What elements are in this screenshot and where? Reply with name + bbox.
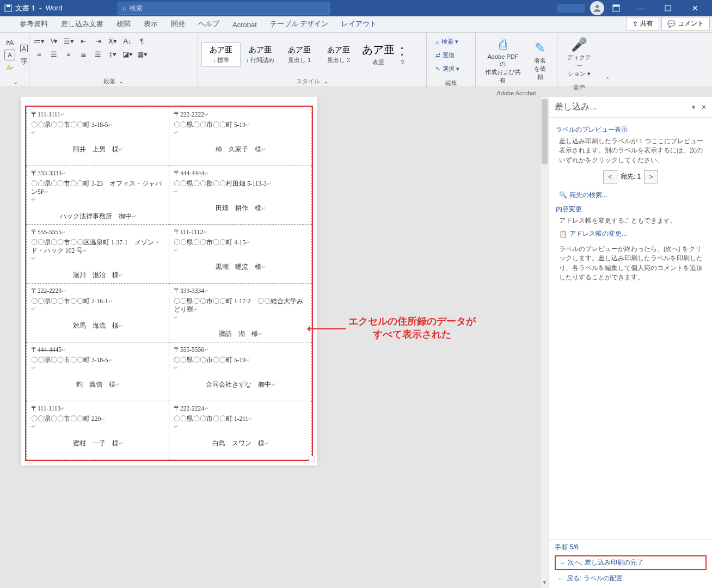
styles-more-button[interactable]: ▴▾⊽ (398, 44, 407, 65)
style-0[interactable]: あア亜↓ 標準 (201, 42, 241, 67)
multilevel-button[interactable]: ☰▾ (62, 35, 75, 47)
ruler (0, 87, 712, 97)
back-step-link[interactable]: ←戻る: ラベルの配置 (555, 572, 707, 585)
increase-indent-button[interactable]: ⇥ (91, 35, 105, 47)
create-share-pdf-button[interactable]: ⎙ Adobe PDF の作成および共有 (479, 35, 527, 87)
label-cell[interactable]: 〒555-5556↵〇〇県〇〇市〇〇町 5-19↵↵合同会社きずな 御中↵ (169, 342, 312, 401)
edit-icon: 📋 (559, 230, 567, 238)
svg-rect-1 (7, 5, 10, 7)
ribbon-display-options-icon[interactable] (606, 0, 626, 16)
tab-layout[interactable]: レイアウト (335, 16, 383, 32)
style-4[interactable]: あア亜表題 (358, 40, 398, 69)
account-avatar[interactable] (590, 1, 604, 15)
voice-label: 音声 (557, 82, 601, 93)
phonetic-guide-button[interactable]: 字 (17, 56, 30, 68)
microphone-icon: 🎤 (571, 37, 587, 52)
pane-close-icon[interactable]: ✕ (701, 103, 707, 111)
find-recipient-link[interactable]: 🔍宛先の検索... (556, 189, 705, 201)
tab-acrobat[interactable]: Acrobat (226, 17, 263, 32)
page: 〒111-1111↵〇〇県〇〇市〇〇町 3-18-5↵↵阿井 上男 様↵〒222… (21, 97, 317, 465)
char-shading-button[interactable]: A (17, 42, 30, 54)
label-cell[interactable]: 〒222-2222↵〇〇県〇〇市〇〇町 5-19↵↵柿 久家子 様↵ (169, 107, 312, 166)
editing-label: 編集 (427, 78, 475, 88)
numbering-button[interactable]: ⅟▾ (47, 35, 60, 47)
style-1[interactable]: あア亜↓ 行間詰め (241, 42, 280, 67)
replace-button[interactable]: ⇄置換 (432, 50, 459, 61)
find-button[interactable]: ⌕検索 ▾ (432, 36, 459, 47)
label-cell[interactable]: 〒111-1113↵〇〇県〇〇市〇〇町 220↵↵蜜柑 一子 様↵ (27, 401, 169, 460)
pane-options-icon[interactable]: ▼ (686, 103, 701, 111)
tab-developer[interactable]: 開発 (164, 16, 192, 32)
label-cell[interactable]: 〒333-3334↵〇〇県〇〇市〇〇町 1-17-2 〇〇総合大学みどり寮↵↵諏… (169, 284, 312, 342)
tab-view[interactable]: 表示 (137, 16, 164, 32)
label-cell[interactable]: 〒333-3333↵〇〇県〇〇市〇〇町 3-23 オフィス・ジャパン5F↵↵ハッ… (27, 166, 169, 225)
close-button[interactable]: ✕ (683, 0, 708, 16)
search-box[interactable]: ⌕ (118, 2, 330, 15)
paragraph-label: 段落 ⌄ (29, 76, 198, 87)
tab-help[interactable]: ヘルプ (192, 16, 226, 32)
labels-grid[interactable]: 〒111-1111↵〇〇県〇〇市〇〇町 3-18-5↵↵阿井 上男 様↵〒222… (26, 107, 312, 460)
arrow-right-icon: → (559, 559, 566, 567)
next-step-link[interactable]: →次へ: 差し込み印刷の完了 (555, 555, 707, 570)
label-cell[interactable]: 〒111-1111↵〇〇県〇〇市〇〇町 3-18-5↵↵阿井 上男 様↵ (27, 107, 169, 166)
justify-button[interactable]: ≣ (77, 48, 90, 60)
share-button[interactable]: ⇪共有 (627, 17, 659, 30)
shading-button[interactable]: ◪▾ (121, 48, 134, 60)
line-spacing-button[interactable]: ‡▾ (106, 48, 119, 60)
bullets-button[interactable]: ≔▾ (33, 35, 46, 47)
style-2[interactable]: あア亜見出し 1 (280, 42, 319, 67)
align-center-button[interactable]: ☰ (47, 48, 60, 60)
borders-button[interactable]: ▦▾ (136, 48, 149, 60)
label-cell[interactable]: 〒444-4445↵〇〇県〇〇市〇〇町 3-18-5↵↵釣 義信 様↵ (27, 342, 169, 401)
style-3[interactable]: あア亜見出し 2 (319, 42, 358, 67)
account-name (557, 4, 585, 13)
ribbon-tabs: 参考資料 差し込み文書 校閲 表示 開発 ヘルプ Acrobat テーブル デザ… (0, 16, 712, 33)
text-direction-button[interactable]: ⁋A (3, 36, 16, 48)
char-border-button[interactable]: A▾ (3, 62, 16, 74)
autosave-icon[interactable] (4, 4, 12, 12)
collapse-ribbon-button[interactable]: ˄ (601, 33, 614, 87)
minimize-button[interactable]: — (628, 0, 653, 16)
label-cell[interactable]: 〒222-2224↵〇〇県〇〇市〇〇町 1-211↵↵白鳥 スワン 様↵ (169, 401, 312, 460)
table-resize-handle[interactable] (309, 456, 315, 462)
align-left-button[interactable]: ≡ (33, 48, 46, 60)
replace-icon: ⇄ (435, 52, 440, 59)
show-marks-button[interactable]: ¶ (136, 35, 149, 47)
label-cell[interactable]: 〒555-5555↵〇〇県〇〇市〇〇区温泉町 1-37-1 メゾン・ド・ハック … (27, 225, 169, 284)
sort-button[interactable]: A↓ (121, 35, 134, 47)
scroll-down-icon[interactable]: ▼ (541, 579, 549, 588)
maximize-button[interactable] (655, 0, 680, 16)
select-button[interactable]: ↖選択 ▾ (432, 63, 459, 75)
next-recipient-button[interactable]: > (644, 170, 658, 183)
tab-references[interactable]: 参考資料 (13, 16, 54, 32)
dictate-button[interactable]: 🎤 ディクテーション ▾ (561, 35, 598, 80)
tab-review[interactable]: 校閲 (110, 16, 137, 32)
search-input[interactable] (130, 4, 325, 12)
recipient-nav: < 宛先: 1 > (556, 170, 705, 183)
select-icon: ↖ (435, 65, 440, 72)
pdf-icon: ⎙ (499, 37, 507, 52)
request-signature-button[interactable]: ✎ 署名を依頼 (527, 38, 554, 83)
align-right-button[interactable]: ≡ (62, 48, 75, 60)
share-icon: ⇪ (633, 20, 638, 28)
scroll-thumb[interactable] (542, 99, 548, 164)
label-cell[interactable]: 〒111-1112↵〇〇県〇〇市〇〇町 4-15↵↵黒潮 暖流 様↵ (169, 225, 312, 284)
group-adobe-acrobat: ⎙ Adobe PDF の作成および共有 ✎ 署名を依頼 Adobe Acrob… (476, 33, 557, 87)
enclose-chars-button[interactable]: A (4, 50, 15, 60)
change-text: アドレス帳を変更することもできます。 (556, 216, 705, 225)
tab-mailings[interactable]: 差し込み文書 (54, 16, 110, 32)
search-icon: ⌕ (435, 39, 439, 45)
label-cell[interactable]: 〒222-2223↵〇〇県〇〇市〇〇町 2-16-1↵↵対馬 海流 様↵ (27, 284, 169, 342)
tab-table-design[interactable]: テーブル デザイン (263, 16, 335, 32)
asian-layout-button[interactable]: Ẋ▾ (106, 35, 119, 47)
comment-button[interactable]: 💬コメント (661, 17, 710, 30)
label-cell[interactable]: 〒444-4444↵〇〇県〇〇郡〇〇村田畑 5-113-3↵↵田畑 耕作 様↵ (169, 166, 312, 225)
prev-recipient-button[interactable]: < (603, 170, 617, 183)
mail-merge-pane: 差し込み... ▼ ✕ ラベルのプレビュー表示 差し込み印刷したラベルが 1 つ… (549, 97, 712, 588)
step-indicator: 手順 5/6 (555, 543, 707, 552)
group-styles: あア亜↓ 標準あア亜↓ 行間詰めあア亜見出し 1あア亜見出し 2あア亜表題▴▾⊽… (198, 33, 427, 87)
vertical-scrollbar[interactable]: ▲ ▼ (540, 97, 549, 588)
distribute-button[interactable]: ☰ (91, 48, 105, 60)
decrease-indent-button[interactable]: ⇤ (77, 35, 90, 47)
edit-recipient-list-link[interactable]: 📋アドレス帳の変更... (556, 228, 705, 240)
